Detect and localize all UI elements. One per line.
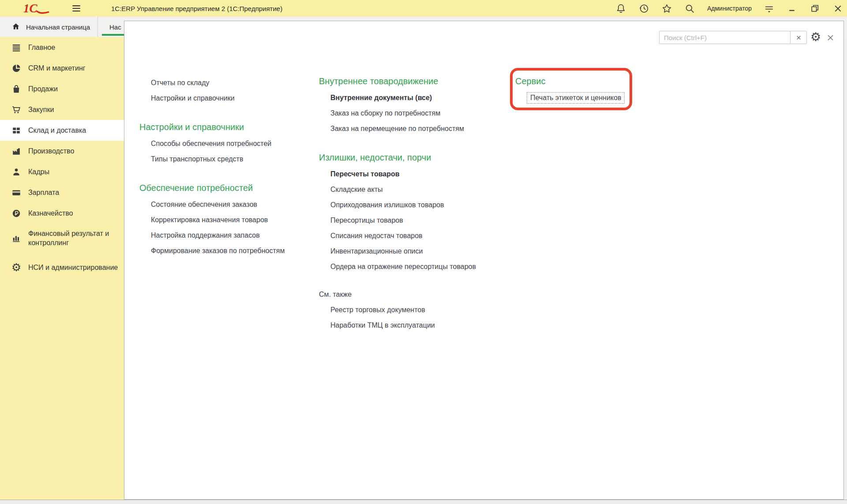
application-window: 1С 1С:ERP Управление предприятием 2 (1С:… [0, 0, 847, 504]
window-bottom-strip [0, 500, 847, 504]
menu-link[interactable]: Оприходования излишков товаров [330, 197, 476, 213]
sidebar-item-5[interactable]: Склад и доставка [0, 120, 124, 141]
menu-link[interactable]: Складские акты [330, 182, 476, 197]
close-window-icon[interactable] [832, 3, 843, 14]
menu-link[interactable]: Способы обеспечения потребностей [151, 136, 285, 151]
menu-link[interactable]: Внутренние документы (все) [330, 90, 476, 105]
sidebar-item-label: НСИ и администрирование [28, 263, 118, 272]
menu-link[interactable]: Типы транспортных средств [151, 151, 285, 167]
active-tab-indicator [102, 34, 124, 36]
menu-link[interactable]: Настройка поддержания запасов [151, 228, 285, 243]
global-search-icon[interactable] [684, 3, 696, 14]
group-header: Излишки, недостачи, порчи [319, 149, 476, 166]
menu-group: Отчеты по складуНастройки и справочники [139, 72, 285, 106]
focused-menu-link-box: Печать этикеток и ценников [527, 92, 625, 104]
sidebar-item-label: CRM и маркетинг [28, 63, 86, 73]
menu-link[interactable]: Заказ на сборку по потребностям [330, 105, 476, 121]
sidebar-item-label: Зарплата [28, 188, 59, 197]
group-header: Обеспечение потребностей [139, 179, 285, 197]
section-functions-panel: ⚙ Отчеты по складуНастройки и справочник… [124, 21, 844, 500]
tab-label: Нас [109, 23, 121, 31]
sidebar-item-1[interactable]: Главное [0, 37, 124, 58]
menu-link[interactable]: Заказ на перемещение по потребностям [330, 121, 476, 136]
panel-close-icon[interactable] [825, 32, 836, 43]
menu-link[interactable]: Корректировка назначения товаров [151, 212, 285, 228]
favorites-star-icon[interactable] [661, 3, 673, 14]
menu-column-2: Внутреннее товародвижениеВнутренние доку… [319, 72, 476, 345]
menu-link[interactable]: Настройки и справочники [151, 90, 285, 106]
search-clear-icon[interactable] [790, 31, 807, 44]
sidebar-item-label: Склад и доставка [28, 126, 86, 135]
shopping-cart-icon [11, 105, 22, 115]
ruble-icon [11, 209, 22, 218]
menu-column-3: СервисПечать этикеток и ценников [515, 72, 625, 118]
current-user[interactable]: Администратор [707, 5, 752, 12]
sidebar-item-9[interactable]: Казначейство [0, 203, 124, 224]
sidebar-item-label: Продажи [28, 84, 58, 93]
main-menu-icon[interactable] [71, 3, 82, 14]
gear-icon: ⚙ [11, 262, 22, 273]
home-icon [11, 22, 20, 32]
minimize-icon[interactable] [786, 3, 798, 14]
menu-group: См. такжеРеестр торговых документовНараб… [319, 287, 476, 333]
window-title: 1С:ERP Управление предприятием 2 (1С:Пре… [111, 5, 282, 12]
notifications-bell-icon[interactable] [615, 3, 627, 14]
title-bar: 1С 1С:ERP Управление предприятием 2 (1С:… [0, 0, 847, 17]
sidebar-item-label: Финансовый результат и контроллинг [28, 229, 124, 247]
sidebar-item-8[interactable]: Зарплата [0, 182, 124, 203]
menu-link[interactable]: Формирование заказов по потребностям [151, 243, 285, 258]
sidebar-item-11[interactable]: ⚙НСИ и администрирование [0, 253, 124, 282]
1c-logo-icon: 1С [23, 2, 52, 15]
sidebar-item-7[interactable]: Кадры [0, 161, 124, 182]
person-icon [11, 167, 22, 177]
menu-link[interactable]: Отчеты по складу [151, 75, 285, 90]
menu-link[interactable]: Печать этикеток и ценников [527, 90, 625, 105]
group-header: Внутреннее товародвижение [319, 72, 476, 90]
menu-group: Настройки и справочникиСпособы обеспечен… [139, 118, 285, 167]
menu-group: Внутреннее товародвижениеВнутренние доку… [319, 72, 476, 136]
restore-window-icon[interactable] [809, 3, 821, 14]
payment-card-icon [11, 188, 22, 198]
tab-home-page[interactable]: Начальная страница [0, 17, 98, 37]
menu-link[interactable]: Инвентаризационные описи [330, 243, 476, 259]
svg-text:1С: 1С [23, 2, 38, 15]
menu-link[interactable]: Списания недостач товаров [330, 228, 476, 243]
menu-link[interactable]: Наработки ТМЦ в эксплуатации [330, 317, 476, 333]
pie-chart-icon [11, 63, 22, 73]
sections-sidebar: ГлавноеCRM и маркетингПродажиЗакупкиСкла… [0, 37, 124, 500]
menu-icon [11, 43, 22, 52]
sidebar-item-label: Казначейство [28, 209, 73, 218]
tab-label: Начальная страница [26, 23, 90, 31]
menu-link[interactable]: Пересчеты товаров [330, 166, 476, 182]
sidebar-item-6[interactable]: Производство [0, 141, 124, 161]
sidebar-item-10[interactable]: Финансовый результат и контроллинг [0, 224, 124, 253]
bar-chart-icon [11, 233, 22, 243]
sidebar-item-label: Закупки [28, 105, 54, 114]
service-menu-icon[interactable] [763, 3, 775, 14]
sidebar-item-label: Производство [28, 146, 74, 156]
menu-group: Излишки, недостачи, порчиПересчеты товар… [319, 149, 476, 274]
sidebar-item-2[interactable]: CRM и маркетинг [0, 58, 124, 78]
factory-icon [11, 146, 22, 156]
history-icon[interactable] [638, 3, 650, 14]
menu-group: СервисПечать этикеток и ценников [515, 72, 625, 105]
group-header: Сервис [515, 72, 625, 90]
sidebar-item-label: Главное [28, 43, 55, 52]
sidebar-item-label: Кадры [28, 167, 49, 176]
menu-link[interactable]: Реестр торговых документов [330, 302, 476, 317]
panel-settings-gear-icon[interactable]: ⚙ [809, 30, 822, 44]
group-header: Настройки и справочники [139, 118, 285, 136]
sidebar-item-4[interactable]: Закупки [0, 99, 124, 120]
warehouse-grid-icon [11, 126, 22, 135]
menu-group: Обеспечение потребностейСостояние обеспе… [139, 179, 285, 258]
search-input[interactable] [659, 31, 790, 44]
group-header: См. также [319, 287, 476, 302]
menu-column-1: Отчеты по складуНастройки и справочникиН… [139, 72, 285, 271]
shopping-bag-icon [11, 84, 22, 94]
menu-link[interactable]: Пересортицы товаров [330, 213, 476, 228]
menu-link[interactable]: Состояние обеспечения заказов [151, 197, 285, 212]
sidebar-item-3[interactable]: Продажи [0, 78, 124, 99]
menu-link[interactable]: Ордера на отражение пересортицы товаров [330, 259, 476, 274]
